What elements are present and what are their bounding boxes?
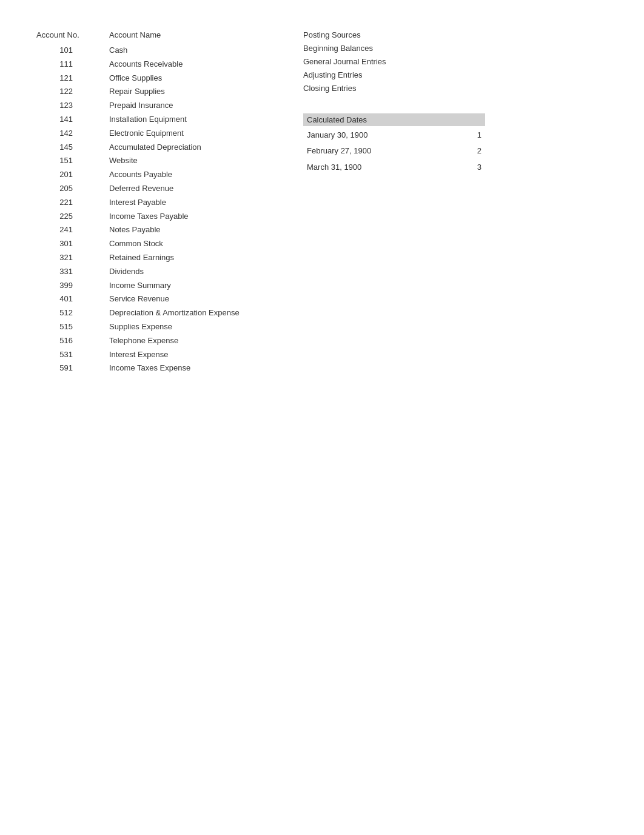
account-number: 122 [36, 86, 85, 98]
date-value: February 27, 1900 [307, 144, 371, 158]
table-row: 241Notes Payable [36, 224, 255, 236]
date-number: 2 [477, 144, 481, 158]
account-name: Accounts Payable [109, 169, 255, 181]
account-number: 145 [36, 141, 85, 154]
account-name: Retained Earnings [109, 252, 255, 264]
account-name: Office Supplies [109, 72, 255, 85]
account-number: 201 [36, 169, 85, 181]
calculated-dates-title: Calculated Dates [303, 113, 485, 126]
account-name: Common Stock [109, 238, 255, 250]
account-name: Installation Equipment [109, 113, 255, 126]
account-number: 141 [36, 113, 85, 126]
account-number: 151 [36, 155, 85, 167]
date-number: 1 [477, 129, 481, 142]
posting-sources-title: Posting Sources [303, 30, 485, 39]
account-name: Telephone Expense [109, 335, 255, 347]
posting-sources-list: Beginning BalancesGeneral Journal Entrie… [303, 42, 485, 95]
account-name: Electronic Equipment [109, 127, 255, 140]
account-name: Interest Payable [109, 196, 255, 209]
right-section: Posting Sources Beginning BalancesGenera… [303, 30, 485, 376]
table-row: 591Income Taxes Expense [36, 362, 255, 375]
account-number: 142 [36, 127, 85, 140]
account-no-header: Account No. [36, 30, 85, 39]
account-number: 399 [36, 280, 85, 292]
posting-sources-section: Posting Sources Beginning BalancesGenera… [303, 30, 485, 95]
table-row: 205Deferred Revenue [36, 183, 255, 195]
date-row: January 30, 19001 [303, 127, 485, 143]
date-value: March 31, 1900 [307, 161, 361, 174]
account-number: 531 [36, 349, 85, 361]
posting-source-item: Beginning Balances [303, 42, 485, 55]
left-section: Account No. Account Name 101Cash111Accou… [36, 30, 255, 376]
table-row: 301Common Stock [36, 238, 255, 250]
table-row: 516Telephone Expense [36, 335, 255, 347]
table-row: 331Dividends [36, 266, 255, 278]
account-number: 301 [36, 238, 85, 250]
posting-source-item: Closing Entries [303, 82, 485, 95]
account-number: 121 [36, 72, 85, 85]
account-name: Accounts Receivable [109, 58, 255, 71]
table-row: 145Accumulated Depreciation [36, 141, 255, 154]
table-row: 512Depreciation & Amortization Expense [36, 307, 255, 320]
account-name: Interest Expense [109, 349, 255, 361]
account-number: 321 [36, 252, 85, 264]
calculated-dates-list: January 30, 19001February 27, 19002March… [303, 127, 485, 175]
account-number: 221 [36, 196, 85, 209]
account-number: 225 [36, 210, 85, 223]
accounts-list: 101Cash111Accounts Receivable121Office S… [36, 44, 255, 375]
account-number: 591 [36, 362, 85, 375]
account-number: 101 [36, 44, 85, 57]
account-name-header: Account Name [109, 30, 255, 39]
account-name: Notes Payable [109, 224, 255, 236]
account-name: Cash [109, 44, 255, 57]
table-row: 122Repair Supplies [36, 86, 255, 98]
table-row: 141Installation Equipment [36, 113, 255, 126]
table-row: 531Interest Expense [36, 349, 255, 361]
account-number: 401 [36, 293, 85, 306]
account-name: Repair Supplies [109, 86, 255, 98]
table-row: 151Website [36, 155, 255, 167]
table-row: 225Income Taxes Payable [36, 210, 255, 223]
account-number: 241 [36, 224, 85, 236]
table-row: 111Accounts Receivable [36, 58, 255, 71]
account-number: 205 [36, 183, 85, 195]
account-number: 515 [36, 321, 85, 334]
account-name: Income Summary [109, 280, 255, 292]
account-name: Depreciation & Amortization Expense [109, 307, 255, 320]
account-name: Supplies Expense [109, 321, 255, 334]
account-number: 516 [36, 335, 85, 347]
account-number: 331 [36, 266, 85, 278]
account-name: Income Taxes Payable [109, 210, 255, 223]
table-row: 121Office Supplies [36, 72, 255, 85]
account-name: Accumulated Depreciation [109, 141, 255, 154]
table-row: 201Accounts Payable [36, 169, 255, 181]
date-row: February 27, 19002 [303, 143, 485, 159]
account-name: Service Revenue [109, 293, 255, 306]
date-value: January 30, 1900 [307, 129, 367, 142]
table-row: 142Electronic Equipment [36, 127, 255, 140]
account-number: 512 [36, 307, 85, 320]
table-header: Account No. Account Name [36, 30, 255, 39]
table-row: 321Retained Earnings [36, 252, 255, 264]
main-container: Account No. Account Name 101Cash111Accou… [36, 30, 608, 376]
posting-source-item: Adjusting Entries [303, 69, 485, 82]
account-name: Deferred Revenue [109, 183, 255, 195]
table-row: 123Prepaid Insurance [36, 99, 255, 112]
table-row: 401Service Revenue [36, 293, 255, 306]
posting-source-item: General Journal Entries [303, 55, 485, 69]
date-row: March 31, 19003 [303, 159, 485, 175]
account-name: Prepaid Insurance [109, 99, 255, 112]
calculated-dates-section: Calculated Dates January 30, 19001Februa… [303, 113, 485, 175]
account-number: 123 [36, 99, 85, 112]
account-name: Website [109, 155, 255, 167]
table-row: 221Interest Payable [36, 196, 255, 209]
account-name: Dividends [109, 266, 255, 278]
account-name: Income Taxes Expense [109, 362, 255, 375]
account-number: 111 [36, 58, 85, 71]
table-row: 399Income Summary [36, 280, 255, 292]
table-row: 101Cash [36, 44, 255, 57]
date-number: 3 [477, 161, 481, 174]
table-row: 515Supplies Expense [36, 321, 255, 334]
